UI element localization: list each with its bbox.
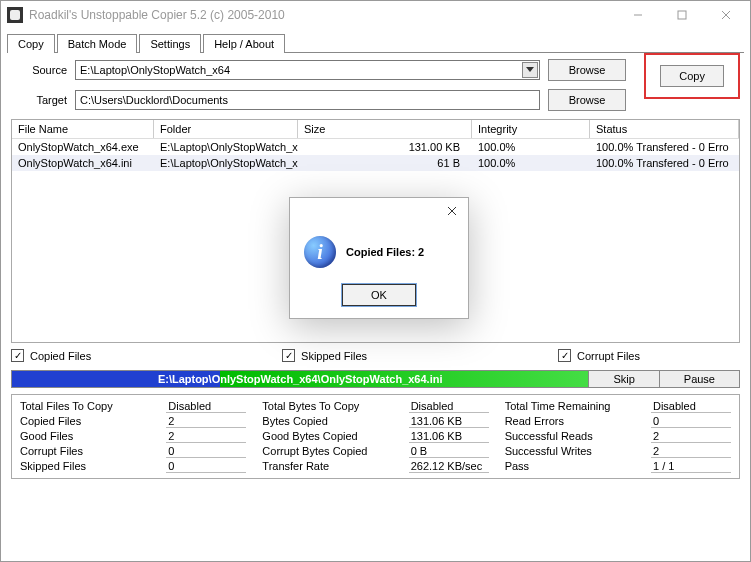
tab-help[interactable]: Help / About	[203, 34, 285, 53]
stat-label: Successful Reads	[505, 430, 651, 443]
stat-value: 0 B	[409, 445, 489, 458]
stat-value: 1 / 1	[651, 460, 731, 473]
stat-value: 2	[651, 445, 731, 458]
tab-strip: Copy Batch Mode Settings Help / About	[1, 29, 750, 52]
col-size[interactable]: Size	[298, 120, 472, 138]
stat-value: 131.06 KB	[409, 430, 489, 443]
info-dialog: i Copied Files: 2 OK	[289, 197, 469, 319]
col-filename[interactable]: File Name	[12, 120, 154, 138]
source-value: E:\Laptop\OnlyStopWatch_x64	[80, 64, 230, 76]
stat-label: Read Errors	[505, 415, 651, 428]
info-icon: i	[304, 236, 336, 268]
progress-text: E:\Laptop\OnlyStopWatch_x64\OnlyStopWatc…	[12, 371, 588, 387]
filters: ✓Copied Files ✓Skipped Files ✓Corrupt Fi…	[1, 343, 750, 368]
stat-label: Pass	[505, 460, 651, 473]
browse-source-button[interactable]: Browse	[548, 59, 627, 81]
col-integrity[interactable]: Integrity	[472, 120, 590, 138]
stat-value: 2	[651, 430, 731, 443]
target-value: C:\Users\Ducklord\Documents	[80, 94, 228, 106]
stat-label: Good Bytes Copied	[262, 430, 408, 443]
stat-label: Total Time Remaining	[505, 400, 651, 413]
svg-marker-4	[526, 67, 534, 72]
stat-value: 262.12 KB/sec	[409, 460, 489, 473]
stat-label: Good Files	[20, 430, 166, 443]
dialog-message: Copied Files: 2	[346, 246, 424, 258]
stat-label: Successful Writes	[505, 445, 651, 458]
col-folder[interactable]: Folder	[154, 120, 298, 138]
source-dropdown-icon[interactable]	[522, 62, 538, 78]
browse-target-button[interactable]: Browse	[548, 89, 627, 111]
ok-button[interactable]: OK	[342, 284, 416, 306]
check-icon: ✓	[558, 349, 571, 362]
corrupt-checkbox[interactable]: ✓Corrupt Files	[558, 349, 640, 362]
copied-checkbox[interactable]: ✓Copied Files	[11, 349, 91, 362]
stat-label: Transfer Rate	[262, 460, 408, 473]
stat-label: Total Files To Copy	[20, 400, 166, 413]
titlebar: Roadkil's Unstoppable Copier 5.2 (c) 200…	[1, 1, 750, 29]
window-title: Roadkil's Unstoppable Copier 5.2 (c) 200…	[29, 8, 616, 22]
target-input[interactable]: C:\Users\Ducklord\Documents	[75, 90, 540, 110]
maximize-button[interactable]	[660, 1, 704, 29]
close-button[interactable]	[704, 1, 748, 29]
tab-copy[interactable]: Copy	[7, 34, 55, 53]
stat-value: Disabled	[166, 400, 246, 413]
list-header: File Name Folder Size Integrity Status	[12, 120, 739, 139]
stat-value: 0	[166, 460, 246, 473]
svg-rect-1	[678, 11, 686, 19]
copy-highlight: Copy	[644, 53, 740, 99]
stat-label: Bytes Copied	[262, 415, 408, 428]
stat-value: Disabled	[651, 400, 731, 413]
stat-value: 131.06 KB	[409, 415, 489, 428]
progress-bar: E:\Laptop\OnlyStopWatch_x64\OnlyStopWatc…	[12, 371, 588, 387]
skip-button[interactable]: Skip	[588, 371, 658, 387]
stat-label: Corrupt Bytes Copied	[262, 445, 408, 458]
source-label: Source	[11, 64, 67, 76]
copy-button[interactable]: Copy	[660, 65, 724, 87]
tab-settings[interactable]: Settings	[139, 34, 201, 53]
skipped-checkbox[interactable]: ✓Skipped Files	[282, 349, 367, 362]
target-label: Target	[11, 94, 67, 106]
stat-value: 0	[166, 445, 246, 458]
progress-row: E:\Laptop\OnlyStopWatch_x64\OnlyStopWatc…	[11, 370, 740, 388]
app-icon	[7, 7, 23, 23]
dialog-close-button[interactable]	[442, 201, 462, 221]
check-icon: ✓	[282, 349, 295, 362]
stat-label: Corrupt Files	[20, 445, 166, 458]
col-status[interactable]: Status	[590, 120, 739, 138]
table-row[interactable]: OnlyStopWatch_x64.ini E:\Laptop\OnlyStop…	[12, 155, 739, 171]
stats-panel: Total Files To CopyDisabledCopied Files2…	[11, 394, 740, 479]
stat-label: Copied Files	[20, 415, 166, 428]
table-row[interactable]: OnlyStopWatch_x64.exe E:\Laptop\OnlyStop…	[12, 139, 739, 155]
stat-value: Disabled	[409, 400, 489, 413]
check-icon: ✓	[11, 349, 24, 362]
source-input[interactable]: E:\Laptop\OnlyStopWatch_x64	[75, 60, 540, 80]
pause-button[interactable]: Pause	[659, 371, 739, 387]
stat-value: 2	[166, 430, 246, 443]
stat-value: 0	[651, 415, 731, 428]
minimize-button[interactable]	[616, 1, 660, 29]
stat-label: Total Bytes To Copy	[262, 400, 408, 413]
stat-value: 2	[166, 415, 246, 428]
stat-label: Skipped Files	[20, 460, 166, 473]
tab-batch[interactable]: Batch Mode	[57, 34, 138, 53]
